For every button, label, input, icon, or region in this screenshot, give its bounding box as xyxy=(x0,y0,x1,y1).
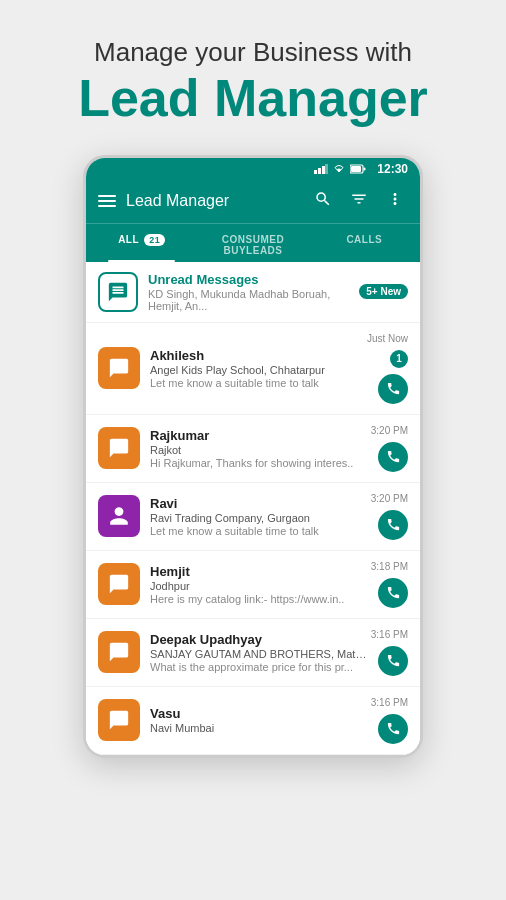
new-badge: 5+ New xyxy=(359,284,408,299)
contact-row[interactable]: Hemjit Jodhpur Here is my catalog link:-… xyxy=(86,551,420,619)
contact-company: SANJAY GAUTAM AND BROTHERS, Mathura xyxy=(150,648,371,660)
svg-rect-5 xyxy=(364,167,366,170)
contact-name: Vasu xyxy=(150,706,371,721)
contact-message: Here is my catalog link:- https://www.in… xyxy=(150,593,371,605)
search-icon[interactable] xyxy=(310,188,336,215)
battery-icon xyxy=(350,164,366,174)
avatar xyxy=(98,495,140,537)
contact-meta: 3:16 PM xyxy=(371,629,408,676)
contact-meta: 3:20 PM xyxy=(371,493,408,540)
svg-rect-3 xyxy=(325,164,328,174)
header-title: Lead Manager xyxy=(78,70,428,127)
unread-title: Unread Messages xyxy=(148,272,359,287)
contact-name: Rajkumar xyxy=(150,428,371,443)
contact-time: 3:16 PM xyxy=(371,629,408,640)
contact-time: 3:20 PM xyxy=(371,425,408,436)
contact-company: Navi Mumbai xyxy=(150,722,371,734)
contact-time: Just Now xyxy=(367,333,408,344)
avatar xyxy=(98,427,140,469)
tab-all[interactable]: ALL 21 xyxy=(86,224,197,262)
contact-info: Vasu Navi Mumbai xyxy=(150,706,371,735)
avatar xyxy=(98,347,140,389)
contact-info: Ravi Ravi Trading Company, Gurgaon Let m… xyxy=(150,496,371,537)
svg-rect-1 xyxy=(318,168,321,174)
svg-rect-2 xyxy=(322,166,325,174)
contact-list: Akhilesh Angel Kids Play School, Chhatar… xyxy=(86,323,420,755)
contact-meta: 3:16 PM xyxy=(371,697,408,744)
message-list: Unread Messages KD Singh, Mukunda Madhab… xyxy=(86,262,420,755)
contact-message: What is the approximate price for this p… xyxy=(150,661,371,673)
contact-name: Deepak Upadhyay xyxy=(150,632,371,647)
nav-bar: Lead Manager xyxy=(86,180,420,223)
avatar xyxy=(98,699,140,741)
unread-banner[interactable]: Unread Messages KD Singh, Mukunda Madhab… xyxy=(86,262,420,323)
contact-meta: 3:18 PM xyxy=(371,561,408,608)
contact-name: Ravi xyxy=(150,496,371,511)
tab-bar: ALL 21 CONSUMED BUYLEADS CALLS xyxy=(86,223,420,262)
nav-title: Lead Manager xyxy=(126,192,300,210)
page-header: Manage your Business with Lead Manager xyxy=(78,36,428,127)
call-button[interactable] xyxy=(378,510,408,540)
contact-meta: 3:20 PM xyxy=(371,425,408,472)
avatar xyxy=(98,631,140,673)
wifi-icon xyxy=(333,164,345,174)
contact-name: Hemjit xyxy=(150,564,371,579)
unread-icon-box xyxy=(98,272,138,312)
contact-message: Let me know a suitable time to talk xyxy=(150,525,371,537)
avatar xyxy=(98,563,140,605)
call-button[interactable] xyxy=(378,646,408,676)
unread-messages-icon xyxy=(107,281,129,303)
contact-time: 3:20 PM xyxy=(371,493,408,504)
call-button[interactable] xyxy=(378,714,408,744)
filter-icon[interactable] xyxy=(346,188,372,215)
tab-consumed-buyleads[interactable]: CONSUMED BUYLEADS xyxy=(197,224,308,262)
contact-row[interactable]: Akhilesh Angel Kids Play School, Chhatar… xyxy=(86,323,420,415)
contact-time: 3:18 PM xyxy=(371,561,408,572)
contact-row[interactable]: Ravi Ravi Trading Company, Gurgaon Let m… xyxy=(86,483,420,551)
svg-rect-0 xyxy=(314,170,317,174)
phone-mockup: 12:30 Lead Manager ALL 21 CONSUMED BUYLE… xyxy=(83,155,423,758)
contact-info: Deepak Upadhyay SANJAY GAUTAM AND BROTHE… xyxy=(150,632,371,673)
contact-company: Rajkot xyxy=(150,444,371,456)
contact-name: Akhilesh xyxy=(150,348,367,363)
contact-info: Hemjit Jodhpur Here is my catalog link:-… xyxy=(150,564,371,605)
contact-message: Hi Rajkumar, Thanks for showing interes.… xyxy=(150,457,371,469)
signal-icon xyxy=(314,164,328,174)
unread-content: Unread Messages KD Singh, Mukunda Madhab… xyxy=(148,272,359,312)
call-button[interactable] xyxy=(378,374,408,404)
hamburger-icon[interactable] xyxy=(98,195,116,207)
contact-row[interactable]: Rajkumar Rajkot Hi Rajkumar, Thanks for … xyxy=(86,415,420,483)
contact-row[interactable]: Deepak Upadhyay SANJAY GAUTAM AND BROTHE… xyxy=(86,619,420,687)
contact-meta: Just Now 1 xyxy=(367,333,408,404)
contact-time: 3:16 PM xyxy=(371,697,408,708)
contact-info: Akhilesh Angel Kids Play School, Chhatar… xyxy=(150,348,367,389)
contact-message: Let me know a suitable time to talk xyxy=(150,377,367,389)
call-button[interactable] xyxy=(378,442,408,472)
status-time: 12:30 xyxy=(377,162,408,176)
contact-row[interactable]: Vasu Navi Mumbai 3:16 PM xyxy=(86,687,420,755)
svg-rect-6 xyxy=(351,166,361,172)
status-bar: 12:30 xyxy=(86,158,420,180)
contact-company: Angel Kids Play School, Chhatarpur xyxy=(150,364,367,376)
unread-count-badge: 1 xyxy=(390,350,408,368)
contact-company: Jodhpur xyxy=(150,580,371,592)
contact-info: Rajkumar Rajkot Hi Rajkumar, Thanks for … xyxy=(150,428,371,469)
contact-company: Ravi Trading Company, Gurgaon xyxy=(150,512,371,524)
call-button[interactable] xyxy=(378,578,408,608)
more-icon[interactable] xyxy=(382,188,408,215)
header-subtitle: Manage your Business with xyxy=(78,36,428,70)
unread-names: KD Singh, Mukunda Madhab Boruah, Hemjit,… xyxy=(148,288,359,312)
tab-calls[interactable]: CALLS xyxy=(309,224,420,262)
